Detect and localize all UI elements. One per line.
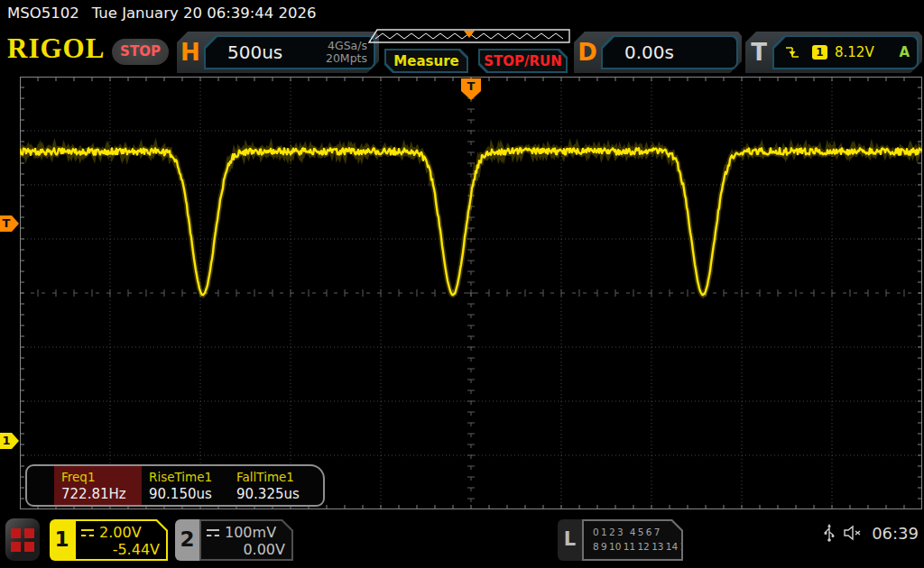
- datetime-text: Tue January 20 06:39:44 2026: [92, 5, 317, 22]
- menu-button[interactable]: [5, 518, 40, 561]
- usb-icon: [823, 523, 836, 543]
- trigger-level-marker[interactable]: T: [0, 215, 19, 232]
- acquisition-info: 4GSa/s 20Mpts: [326, 40, 374, 66]
- trigger-sweep-mode: A: [899, 44, 910, 60]
- measurement-freq1[interactable]: Freq1 722.81Hz: [54, 466, 142, 505]
- channel2-scale: 100mV: [225, 524, 276, 541]
- channel1-tab[interactable]: 1: [50, 519, 74, 561]
- trigger-label: T: [745, 39, 772, 66]
- clock: 06:39: [872, 524, 919, 543]
- channel1-offset: -5.44V: [81, 541, 160, 558]
- falling-edge-icon: [785, 45, 799, 60]
- delay-box[interactable]: 0.00s: [601, 35, 738, 69]
- dc-coupling-icon: [207, 529, 219, 536]
- timebase-box[interactable]: 500us 4GSa/s 20Mpts: [204, 35, 375, 69]
- measurement-risetime1[interactable]: RiseTime1 90.150us: [142, 466, 229, 505]
- measurement-panel: Freq1 722.81Hz RiseTime1 90.150us FallTi…: [25, 464, 325, 507]
- measure-button[interactable]: Measure: [384, 49, 468, 73]
- logic-analyzer-tab[interactable]: L: [558, 519, 582, 561]
- memory-depth: 20Mpts: [326, 51, 367, 65]
- stop-run-button[interactable]: STOP/RUN: [478, 49, 568, 73]
- trigger-settings-button[interactable]: T 1 8.12V A: [745, 32, 922, 73]
- svg-text:T: T: [467, 79, 476, 93]
- bottom-status-bar: 1 2.00V -5.44V 2 100mV 0.00V L: [0, 516, 924, 568]
- delay-label: D: [574, 39, 601, 66]
- digital-channels-row2: 8 9 10 11 12 13 14 15: [593, 541, 692, 552]
- speaker-muted-icon[interactable]: [843, 525, 864, 541]
- rigol-logo: RIGOL: [7, 32, 105, 65]
- channel1-scale: 2.00V: [99, 524, 142, 541]
- delay-settings-button[interactable]: D 0.00s: [574, 32, 742, 73]
- memory-position-indicator[interactable]: [368, 29, 570, 44]
- delay-value: 0.00s: [624, 41, 674, 63]
- horizontal-label: H: [177, 39, 204, 66]
- digital-channels-row1: 0 1 2 3 4 5 6 7: [593, 527, 660, 537]
- waveform-display[interactable]: T: [20, 77, 922, 509]
- header-bar: RIGOL STOP H 500us 4GSa/s 20Mpts Measure…: [0, 27, 924, 77]
- horizontal-settings-button[interactable]: H 500us 4GSa/s 20Mpts: [177, 32, 379, 73]
- channel2-tab[interactable]: 2: [175, 519, 199, 561]
- sample-rate: 4GSa/s: [328, 39, 367, 52]
- channel2-offset: 0.00V: [207, 541, 285, 558]
- measurement-falltime1[interactable]: FallTime1 90.325us: [229, 466, 317, 505]
- trigger-level-value: 8.12V: [835, 44, 899, 60]
- timebase-value: 500us: [227, 41, 326, 63]
- titlebar: MSO5102Tue January 20 06:39:44 2026: [0, 0, 924, 27]
- channel1-ground-marker[interactable]: 1: [0, 433, 19, 449]
- logic-analyzer-box[interactable]: L 0 1 2 3 4 5 6 7 8 9 10 11 12 13 14 15: [558, 519, 683, 561]
- model-name: MSO5102: [7, 5, 79, 22]
- acquisition-status-badge: STOP: [112, 39, 169, 65]
- dc-coupling-icon: [81, 529, 94, 536]
- channel1-box[interactable]: 1 2.00V -5.44V: [50, 519, 168, 561]
- trigger-source-badge: 1: [812, 45, 827, 60]
- trigger-box[interactable]: 1 8.12V A: [772, 35, 919, 69]
- channel2-box[interactable]: 2 100mV 0.00V: [175, 519, 293, 561]
